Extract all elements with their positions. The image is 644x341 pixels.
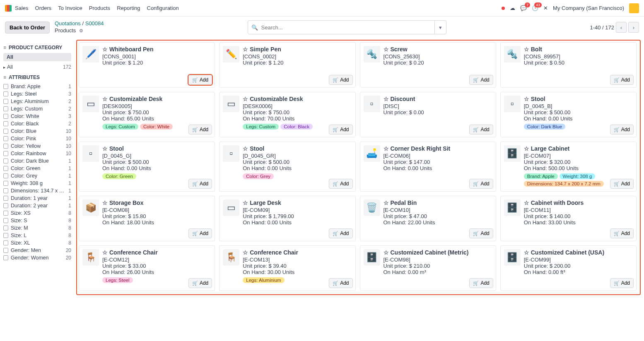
back-to-order-button[interactable]: Back to Order (5, 22, 50, 34)
product-card[interactable]: ✏️☆Simple Pen[CONS_0002]Unit price: $ 1.… (219, 42, 355, 88)
add-button[interactable]: 🛒Add (469, 125, 493, 134)
add-button[interactable]: 🛒Add (610, 125, 634, 134)
sidebar-attr-row[interactable]: Color: Pink10 (3, 135, 71, 142)
search-input[interactable] (261, 24, 434, 31)
product-card[interactable]: 🔩☆Screw[CONS_25630]Unit price: $ 0.20🛒Ad… (360, 42, 496, 88)
favorite-star-icon[interactable]: ☆ (243, 145, 248, 152)
checkbox-icon[interactable] (3, 248, 8, 253)
sidebar-category-all[interactable]: ▸ All 172 (3, 63, 71, 71)
sidebar-attr-row[interactable]: Color: White3 (3, 113, 71, 120)
favorite-star-icon[interactable]: ☆ (384, 96, 389, 102)
checkbox-icon[interactable] (3, 166, 8, 171)
sidebar-attr-row[interactable]: Color: Dark Blue1 (3, 157, 71, 165)
checkbox-icon[interactable] (3, 144, 8, 149)
product-card[interactable]: ▭☆Customizable Desk[DESK0006]Unit price:… (219, 92, 355, 137)
favorite-star-icon[interactable]: ☆ (243, 96, 248, 102)
nav-products[interactable]: Products (89, 5, 110, 11)
breadcrumb-order[interactable]: S00084 (85, 20, 104, 26)
checkbox-icon[interactable] (3, 188, 8, 193)
add-button[interactable]: 🛒Add (469, 75, 493, 85)
sidebar-attr-row[interactable]: Size: XL8 (3, 239, 71, 247)
product-card[interactable]: 🔩☆Bolt[CONS_89957]Unit price: $ 0.50🛒Add (500, 42, 637, 88)
product-card[interactable]: ▫☆Discount[DISC]Unit price: $ 0.00🛒Add (360, 92, 496, 137)
sidebar-attr-row[interactable]: Duration: 1 year1 (3, 195, 71, 202)
pager-prev-button[interactable]: ‹ (616, 22, 627, 33)
product-card[interactable]: 🗄️☆Large Cabinet[E-COM07]Unit price: $ 3… (500, 142, 637, 192)
favorite-star-icon[interactable]: ☆ (102, 249, 108, 256)
favorite-star-icon[interactable]: ☆ (243, 199, 248, 206)
checkbox-icon[interactable] (3, 211, 8, 216)
add-button[interactable]: 🛒Add (329, 125, 352, 134)
product-card[interactable]: ▫☆Stool[D_0045_G]Unit price: $ 500.00On … (79, 142, 215, 192)
favorite-star-icon[interactable]: ☆ (102, 96, 108, 102)
gear-icon[interactable]: ⚙ (79, 28, 83, 33)
checkbox-icon[interactable] (3, 136, 8, 141)
checkbox-icon[interactable] (3, 226, 8, 231)
add-button[interactable]: 🛒Add (610, 179, 634, 189)
checkbox-icon[interactable] (3, 158, 8, 163)
sidebar-attr-row[interactable]: Size: XS8 (3, 209, 71, 217)
sidebar-attr-row[interactable]: Color: Rainbow10 (3, 150, 71, 157)
activities-icon[interactable]: 🕒43 (532, 5, 538, 11)
checkbox-icon[interactable] (3, 233, 8, 238)
favorite-star-icon[interactable]: ☆ (384, 199, 389, 206)
sidebar-attr-row[interactable]: Legs: Custom2 (3, 105, 71, 113)
sidebar-attr-row[interactable]: Gender: Women20 (3, 254, 71, 262)
messages-icon[interactable]: 💬7 (520, 5, 527, 11)
breadcrumb-quotations[interactable]: Quotations (55, 20, 81, 26)
nav-to-invoice[interactable]: To Invoice (58, 5, 82, 11)
add-button[interactable]: 🛒Add (329, 278, 352, 288)
sidebar-category-all-pill[interactable]: All (3, 53, 71, 61)
favorite-star-icon[interactable]: ☆ (524, 145, 529, 152)
search-dropdown-toggle[interactable]: ▾ (434, 21, 446, 34)
sidebar-attr-row[interactable]: Size: M8 (3, 224, 71, 232)
product-card[interactable]: ▭☆Customizable Desk[DESK0005]Unit price:… (79, 92, 215, 137)
add-button[interactable]: 🛒Add (188, 179, 212, 189)
checkbox-icon[interactable] (3, 84, 8, 89)
settings-icon[interactable]: ✕ (543, 5, 548, 11)
sidebar-attr-row[interactable]: Size: L8 (3, 232, 71, 239)
favorite-star-icon[interactable]: ☆ (384, 46, 389, 53)
add-button[interactable]: 🛒Add (469, 228, 493, 238)
favorite-star-icon[interactable]: ☆ (524, 46, 529, 53)
product-card[interactable]: 🗑️☆Pedal Bin[E-COM10]Unit price: $ 47.00… (360, 196, 496, 241)
favorite-star-icon[interactable]: ☆ (243, 46, 248, 53)
checkbox-icon[interactable] (3, 114, 8, 119)
favorite-star-icon[interactable]: ☆ (102, 145, 108, 152)
favorite-star-icon[interactable]: ☆ (524, 199, 529, 206)
nav-reporting[interactable]: Reporting (117, 5, 140, 11)
sidebar-attr-row[interactable]: Brand: Apple1 (3, 83, 71, 90)
user-avatar[interactable] (629, 3, 639, 13)
checkbox-icon[interactable] (3, 181, 8, 186)
checkbox-icon[interactable] (3, 203, 8, 208)
add-button[interactable]: 🛒Add (329, 228, 352, 238)
tray-icon[interactable]: ☁ (510, 5, 515, 11)
favorite-star-icon[interactable]: ☆ (102, 46, 108, 53)
checkbox-icon[interactable] (3, 121, 8, 126)
sidebar-attr-row[interactable]: Legs: Steel3 (3, 90, 71, 98)
checkbox-icon[interactable] (3, 91, 8, 96)
add-button[interactable]: 🛒Add (188, 125, 212, 134)
status-dot[interactable] (502, 7, 505, 10)
favorite-star-icon[interactable]: ☆ (384, 249, 389, 256)
sidebar-attr-row[interactable]: Duration: 2 year1 (3, 202, 71, 209)
checkbox-icon[interactable] (3, 106, 8, 111)
sidebar-attr-row[interactable]: Legs: Aluminium2 (3, 98, 71, 105)
checkbox-icon[interactable] (3, 218, 8, 223)
nav-orders[interactable]: Orders (35, 5, 52, 11)
add-button[interactable]: 🛒Add (610, 75, 634, 85)
add-button[interactable]: 🛒Add (329, 75, 352, 85)
product-card[interactable]: ▫☆Stool[D_0045_GR]Unit price: $ 500.00On… (219, 142, 355, 192)
checkbox-icon[interactable] (3, 196, 8, 201)
add-button[interactable]: 🛒Add (610, 278, 634, 288)
sidebar-attr-row[interactable]: Color: Blue10 (3, 127, 71, 135)
product-card[interactable]: 🖊️☆Whiteboard Pen[CONS_0001]Unit price: … (79, 42, 215, 88)
favorite-star-icon[interactable]: ☆ (102, 199, 108, 206)
favorite-star-icon[interactable]: ☆ (243, 249, 248, 256)
product-card[interactable]: 🪑☆Conference Chair[E-COM13]Unit price: $… (219, 245, 355, 291)
checkbox-icon[interactable] (3, 255, 8, 260)
product-card[interactable]: 🪑☆Conference Chair[E-COM12]Unit price: $… (79, 245, 215, 291)
product-card[interactable]: 🗄️☆Customized Cabinet (USA)[E-COM99]Unit… (500, 245, 637, 291)
product-card[interactable]: 🗄️☆Customized Cabinet (Metric)[E-COM98]U… (360, 245, 496, 291)
favorite-star-icon[interactable]: ☆ (524, 249, 529, 256)
